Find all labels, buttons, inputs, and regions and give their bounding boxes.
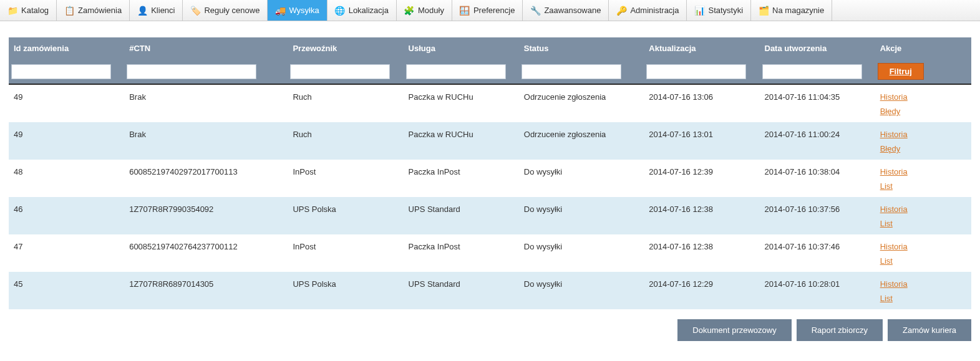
cell-service: Paczka w RUCHu [404, 122, 519, 160]
table-row[interactable]: 47600852197402764237700112InPostPaczka I… [9, 234, 971, 272]
cell-status: Odrzucenie zgłoszenia [519, 122, 644, 160]
orders-icon: 📋 [64, 6, 74, 16]
action-link-list[interactable]: List [880, 219, 966, 228]
col-header-status[interactable]: Status [519, 37, 644, 59]
cell-created: 2014-07-16 11:00:24 [760, 122, 875, 160]
cell-ctn: 600852197402972017700113 [124, 160, 288, 197]
col-header-service[interactable]: Usługa [404, 37, 519, 59]
nav-item-advanced[interactable]: 🔧Zaawansowane [523, 0, 609, 21]
col-header-created[interactable]: Data utworzenia [760, 37, 875, 59]
filter-input-updated[interactable] [646, 64, 746, 79]
cell-updated: 2014-07-16 13:06 [644, 84, 759, 122]
nav-item-orders[interactable]: 📋Zamówienia [57, 0, 130, 21]
cell-created: 2014-07-16 10:37:56 [760, 197, 875, 234]
nav-item-stock[interactable]: 🗂️Na magazynie [751, 0, 832, 21]
cell-id: 49 [9, 84, 124, 122]
col-header-carrier[interactable]: Przewoźnik [288, 37, 403, 59]
cell-service: Paczka InPost [404, 160, 519, 197]
action-link-history[interactable]: Historia [880, 242, 966, 251]
nav-item-modules[interactable]: 🧩Moduły [397, 0, 452, 21]
action-link-history[interactable]: Historia [880, 205, 966, 214]
nav-item-label: Reguły cenowe [204, 6, 260, 15]
report-button[interactable]: Raport zbiorczy [797, 319, 883, 341]
nav-item-pricerules[interactable]: 🏷️Reguły cenowe [183, 0, 268, 21]
cell-carrier: UPS Polska [288, 197, 403, 234]
cell-id: 46 [9, 197, 124, 234]
table-row[interactable]: 49BrakRuchPaczka w RUCHuOdrzucenie zgłos… [9, 122, 971, 160]
filter-input-carrier[interactable] [290, 64, 390, 79]
courier-button[interactable]: Zamów kuriera [888, 319, 971, 341]
cell-carrier: UPS Polska [288, 272, 403, 309]
col-header-ctn[interactable]: #CTN [124, 37, 288, 59]
cell-ctn: 600852197402764237700112 [124, 234, 288, 272]
cell-updated: 2014-07-16 12:38 [644, 234, 759, 272]
filter-input-created[interactable] [762, 64, 862, 79]
col-header-updated[interactable]: Aktualizacja [644, 37, 759, 59]
col-header-actions: Akcje [875, 37, 971, 59]
nav-item-label: Moduły [418, 6, 444, 15]
cell-actions: HistoriaList [875, 272, 971, 309]
shipping-icon: 🚚 [275, 6, 285, 16]
nav-item-label: Zamówienia [78, 6, 122, 15]
nav-item-label: Katalog [21, 6, 49, 15]
cell-created: 2014-07-16 10:38:04 [760, 160, 875, 197]
admin-icon: 🔑 [616, 6, 626, 16]
col-header-id[interactable]: Id zamówienia [9, 37, 124, 59]
action-link-history[interactable]: Historia [880, 130, 966, 139]
cell-ctn: 1Z707R8R7990354092 [124, 197, 288, 234]
filter-input-ctn[interactable] [127, 64, 256, 79]
action-link-history[interactable]: Historia [880, 167, 966, 176]
action-link-errors[interactable]: Błędy [880, 144, 966, 153]
table-row[interactable]: 461Z707R8R7990354092UPS PolskaUPS Standa… [9, 197, 971, 234]
cell-actions: HistoriaList [875, 160, 971, 197]
filter-input-status[interactable] [522, 64, 621, 79]
action-link-errors[interactable]: Błędy [880, 107, 966, 116]
action-link-history[interactable]: Historia [880, 92, 966, 102]
cell-created: 2014-07-16 10:28:01 [760, 272, 875, 309]
cell-updated: 2014-07-16 12:39 [644, 160, 759, 197]
nav-item-stats[interactable]: 📊Statystyki [687, 0, 751, 21]
table-row[interactable]: 48600852197402972017700113InPostPaczka I… [9, 160, 971, 197]
cell-carrier: Ruch [288, 84, 403, 122]
cell-id: 48 [9, 160, 124, 197]
nav-item-local[interactable]: 🌐Lokalizacja [327, 0, 397, 21]
nav-item-catalog[interactable]: 📁Katalog [0, 0, 57, 21]
filter-button[interactable]: Filtruj [878, 63, 924, 80]
table-header-row: Id zamówienia #CTN Przewoźnik Usługa Sta… [9, 37, 971, 59]
action-link-history[interactable]: Historia [880, 279, 966, 289]
local-icon: 🌐 [335, 6, 345, 16]
nav-item-admin[interactable]: 🔑Administracja [609, 0, 687, 21]
cell-status: Do wysyłki [519, 160, 644, 197]
cell-created: 2014-07-16 10:37:46 [760, 234, 875, 272]
table-row[interactable]: 49BrakRuchPaczka w RUCHuOdrzucenie zgłos… [9, 84, 971, 122]
filter-input-service[interactable] [406, 64, 506, 79]
cell-ctn: 1Z707R8R6897014305 [124, 272, 288, 309]
nav-item-label: Wysyłka [289, 6, 319, 15]
cell-service: UPS Standard [404, 197, 519, 234]
cell-actions: HistoriaBłędy [875, 122, 971, 160]
cell-service: Paczka w RUCHu [404, 84, 519, 122]
waybill-button[interactable]: Dokument przewozowy [677, 319, 791, 341]
action-link-list[interactable]: List [880, 294, 966, 303]
nav-item-customers[interactable]: 👤Klienci [130, 0, 183, 21]
customers-icon: 👤 [137, 6, 147, 16]
cell-ctn: Brak [124, 84, 288, 122]
cell-updated: 2014-07-16 13:01 [644, 122, 759, 160]
cell-carrier: InPost [288, 234, 403, 272]
cell-id: 49 [9, 122, 124, 160]
cell-updated: 2014-07-16 12:38 [644, 197, 759, 234]
table-row[interactable]: 451Z707R8R6897014305UPS PolskaUPS Standa… [9, 272, 971, 309]
cell-carrier: InPost [288, 160, 403, 197]
action-link-list[interactable]: List [880, 256, 966, 266]
nav-item-shipping[interactable]: 🚚Wysyłka [268, 0, 327, 21]
nav-item-label: Preferencje [473, 6, 515, 15]
cell-updated: 2014-07-16 12:29 [644, 272, 759, 309]
action-link-list[interactable]: List [880, 181, 966, 191]
filter-input-id[interactable] [11, 64, 111, 79]
cell-actions: HistoriaList [875, 234, 971, 272]
nav-item-label: Administracja [630, 6, 679, 15]
footer-buttons: Dokument przewozowy Raport zbiorczy Zamó… [9, 319, 971, 341]
nav-item-prefs[interactable]: 🪟Preferencje [452, 0, 523, 21]
cell-service: Paczka InPost [404, 234, 519, 272]
stock-icon: 🗂️ [759, 6, 769, 16]
